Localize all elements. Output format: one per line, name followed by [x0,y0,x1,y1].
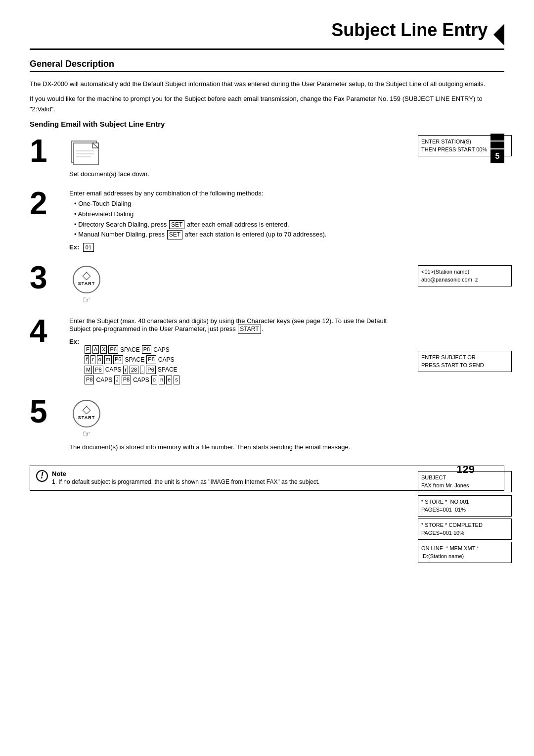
sidebar-line-2: THEN PRESS START 00% [421,145,508,154]
key-P8-2: P8 [146,355,156,364]
step-1-text: Set document(s) face down. [69,170,405,178]
sub-section-title: Sending Email with Subject Line Entry [30,120,504,128]
note-content: Note 1. If no default subject is program… [52,470,319,486]
sidebar-subject-line2: PRESS START TO SEND [421,361,508,370]
key-P8-3: P8 [93,366,103,374]
diamond-icon-5 [83,406,91,414]
step-1-number: 1 [30,135,64,167]
key-F: F [85,345,91,354]
diamond-icon-3 [83,272,91,281]
page-layout: Subject Line Entry 5 General Description… [30,20,504,491]
step-5-text: The document(s) is stored into memory wi… [69,443,405,451]
step-2-row: 2 Enter email addresses by any combinati… [30,188,405,252]
step-2-number: 2 [30,188,64,219]
sidebar-online-line2: ID:(Station name) [421,552,508,561]
sidebar-subject-line1: ENTER SUBJECT OR [421,353,508,362]
key-seq-line-4: P8 CAPS J P8 CAPS o n e s [84,376,405,384]
section-title: General Description [30,59,504,72]
caps-label-3: CAPS [105,366,122,373]
caps-label-4: CAPS [96,377,112,383]
steps-and-sidebar: ENTER STATION(S) THEN PRESS START 00% <0… [30,135,504,451]
step-4-text: Enter the Subject (max. 40 characters an… [69,317,405,334]
body-text-1: The DX-2000 will automatically add the D… [30,79,504,90]
sidebar-subj-line2: FAX from Mr. Jones [421,481,508,490]
key-P6-1: P6 [108,345,118,354]
key-r2: r [123,366,128,374]
key-o2: o [151,376,157,384]
sidebar-box-station-name: <01>(Station name) abc@panasonic.com z [418,265,512,286]
step-2-text: Enter email addresses by any combination… [69,189,405,197]
caps-label-5: CAPS [133,377,149,383]
step-4-ex-area: Ex: F A X P6 SPACE P8 CAPS [69,338,405,384]
key-f: f [85,355,89,364]
key-seq-line-1: F A X P6 SPACE P8 CAPS [84,345,405,354]
ex-label-2: Ex: [69,243,79,251]
key-n: n [159,376,165,384]
bullet-directory: Directory Search Dialing, press SET afte… [74,220,405,230]
sidebar-completed-line2: PAGES=001 10% [421,529,508,537]
sidebar-store-line1: * STORE * NO.001 [421,498,508,506]
key-o: o [97,355,103,364]
key-e: e [166,376,172,384]
circle-outer-5: START [73,400,100,427]
key-r: r [90,355,95,364]
set-key-1: SET [169,220,184,230]
steps-content: 1 Set document(s) [30,135,405,451]
key-P8-1: P8 [142,345,151,354]
body-text-2: If you would like for the machine to pro… [30,94,504,115]
note-title: Note [52,470,319,477]
key-seq-line-2: f r o m P6 SPACE P8 CAPS [84,355,405,364]
sidebar-box-store-completed: * STORE * COMPLETED PAGES=001 10% [418,519,512,540]
sidebar-box-store-no: * STORE * NO.001 PAGES=001 01% [418,495,512,517]
start-key-4: START [238,325,261,334]
step-2-content: Enter email addresses by any combination… [69,188,405,252]
bullet-abbreviated: Abbreviated Dialing [74,209,405,220]
key-X: X [100,345,107,354]
sidebar-line-1: ENTER STATION(S) [421,138,508,146]
key-J: J [114,376,120,384]
sidebar-box-enter-subject: ENTER SUBJECT OR PRESS START TO SEND [418,351,512,372]
caps-label-1: CAPS [153,346,170,353]
ex-label-4: Ex: [69,338,79,345]
sidebar-station-line1: <01>(Station name) [421,268,508,276]
key-P6-3: P6 [146,366,155,374]
step-4-content: Enter the Subject (max. 40 characters an… [69,315,405,385]
sidebar-station-line2: abc@panasonic.com z [421,276,508,284]
step-3-content: START ☞ [69,262,405,305]
step-5-content: START ☞ The document(s) is stored into m… [69,396,405,451]
key-m: m [104,355,112,364]
ex-box-2: 01 [83,243,94,252]
caps-label-2: CAPS [158,356,175,363]
step-5-number: 5 [30,396,64,427]
note-icon: ! [36,470,48,482]
key-28: 28 [130,366,138,374]
start-button-3: START ☞ [69,266,104,305]
step-2-bullets: One-Touch Dialing Abbreviated Dialing Di… [74,199,405,240]
step-1-row: 1 Set document(s) [30,135,405,178]
key-seq-line-3: M P8 CAPS r 28 . P6 SPACE [84,366,405,374]
page-title: Subject Line Entry [331,20,488,41]
sidebar-box-enter-stations: ENTER STATION(S) THEN PRESS START 00% [418,135,512,156]
hand-icon-3: ☞ [83,294,90,305]
step-5-row: 5 START ☞ The document(s) is stored into… [30,396,405,451]
start-button-5: START ☞ [69,400,104,439]
document-icon [69,137,104,167]
title-arrow-icon [493,24,504,46]
page-number: 129 [456,463,475,476]
circle-label-5: START [78,415,95,420]
key-A: A [92,345,99,354]
key-P8-5: P8 [122,376,131,384]
key-P6-2: P6 [113,355,123,364]
bullet-manual: Manual Number Dialing, press SET after e… [74,230,405,240]
step-4-number: 4 [30,315,64,347]
key-M: M [85,366,92,374]
sidebar-box-online-xmt: ON LINE * MEM.XMT * ID:(Station name) [418,542,512,563]
step-2-ex: Ex: 01 [69,243,405,252]
circle-label-3: START [78,281,95,286]
step-1-content: Set document(s) face down. [69,135,405,178]
key-s: s [174,376,179,384]
sidebar-store-line2: PAGES=001 01% [421,506,508,514]
note-item-1: 1. If no default subject is programmed, … [52,477,319,486]
sidebar-completed-line1: * STORE * COMPLETED [421,521,508,529]
hand-icon-5: ☞ [83,428,90,439]
